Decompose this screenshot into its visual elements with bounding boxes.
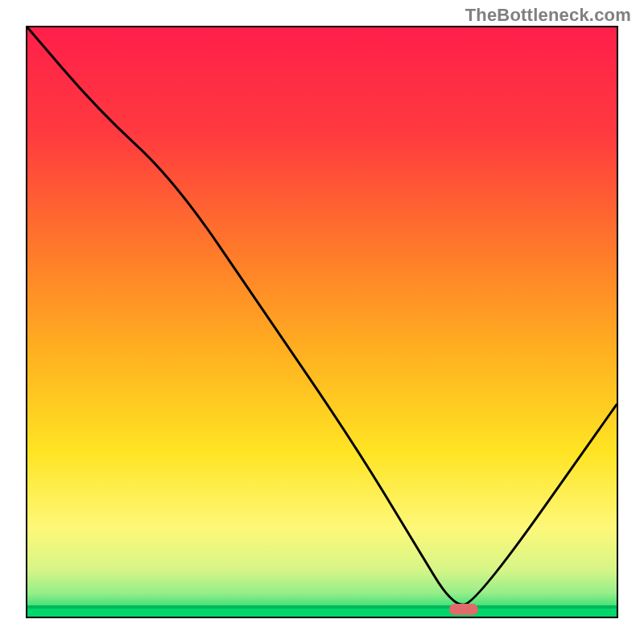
- chart-container: TheBottleneck.com: [0, 0, 644, 644]
- optimal-marker: [449, 604, 478, 615]
- bottleneck-line: [27, 27, 617, 605]
- curve-layer: [27, 27, 617, 617]
- plot-frame: [26, 26, 618, 618]
- watermark-text: TheBottleneck.com: [465, 5, 631, 26]
